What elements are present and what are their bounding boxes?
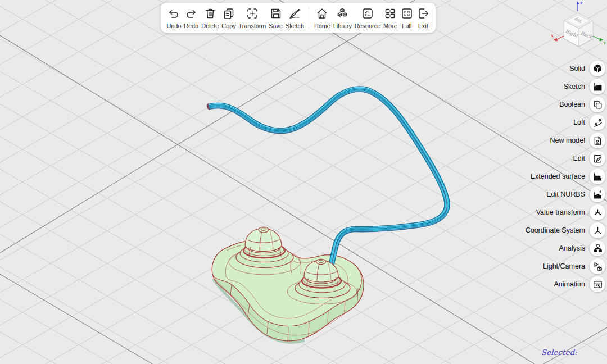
sidebar-label: Sketch (564, 83, 585, 90)
redo-icon (184, 7, 198, 22)
resource-checklist-icon (361, 7, 374, 22)
sidebar-item-solid[interactable]: Solid (526, 60, 605, 78)
sidebar-label: Coordinate System (526, 226, 585, 234)
save-button[interactable]: Save (268, 7, 284, 30)
axis-z: Z (577, 1, 583, 11)
selection-status-label: Selected: (541, 348, 577, 357)
redo-button[interactable]: Redo (183, 7, 200, 30)
animation-icon (590, 276, 605, 292)
transform-button[interactable]: Transform (237, 7, 268, 30)
axis-z-label: Z (580, 1, 583, 6)
boolean-icon (590, 97, 605, 112)
sidebar-label: Value transform (536, 208, 585, 216)
fullscreen-icon (400, 7, 414, 22)
library-cubes-icon (336, 7, 349, 22)
sidebar-label: Edit NURBS (546, 190, 585, 198)
coordinate-system-icon (590, 222, 605, 238)
sidebar-item-loft[interactable]: Loft (526, 113, 605, 131)
toolbar-label: Exit (418, 23, 428, 30)
sidebar-label: Boolean (559, 101, 585, 108)
top-toolbar: Undo Redo Delete Copy Transform Save Ske… (161, 3, 436, 33)
extended-surface-icon (590, 169, 605, 184)
toolbar-label: Copy (221, 23, 235, 30)
full-button[interactable]: Full (398, 7, 415, 30)
undo-icon (167, 7, 180, 22)
sketch-area-icon (590, 79, 605, 94)
sidebar-item-new-model[interactable]: New model (526, 131, 605, 149)
toolbar-label: Transform (239, 23, 266, 30)
sketch-button[interactable]: Sketch (284, 7, 305, 30)
sidebar-item-value-transform[interactable]: Value transform (526, 203, 605, 221)
sidebar-item-light-camera[interactable]: Light/Camera (526, 257, 605, 275)
axis-y-label: Y (603, 41, 606, 45)
sidebar-label: Loft (573, 119, 585, 126)
library-button[interactable]: Library (332, 7, 353, 30)
axis-y: Y (593, 36, 606, 45)
new-model-icon (590, 133, 605, 148)
solid-cube-icon (590, 61, 605, 76)
home-icon (315, 7, 329, 22)
analysis-icon (590, 240, 605, 256)
right-sidebar: Solid Sketch Boolean Loft New model Edit… (526, 60, 605, 293)
axis-x-label: X (551, 34, 554, 38)
home-button[interactable]: Home (312, 7, 332, 30)
toolbar-label: Library (333, 23, 352, 30)
toolbar-label: Redo (184, 23, 198, 30)
controller-model[interactable] (206, 87, 447, 342)
sidebar-item-analysis[interactable]: Analysis (526, 239, 605, 257)
app-window: Undo Redo Delete Copy Transform Save Ske… (0, 0, 607, 364)
copy-icon (222, 7, 235, 22)
sidebar-item-extended-surface[interactable]: Extended surface (526, 167, 605, 185)
sidebar-label: Animation (554, 280, 585, 288)
loft-icon (590, 115, 605, 130)
sidebar-item-edit[interactable]: Edit (526, 149, 605, 167)
resource-button[interactable]: Resource (353, 7, 382, 30)
copy-button[interactable]: Copy (220, 7, 237, 30)
view-cube[interactable]: Top Right Back Z X Y (551, 0, 607, 53)
toolbar-divider (309, 7, 309, 29)
transform-icon (246, 7, 259, 22)
toolbar-label: Undo (167, 23, 182, 30)
edit-nurbs-icon (590, 186, 605, 202)
axis-x: X (551, 34, 564, 42)
exit-icon (416, 7, 430, 22)
toolbar-label: Save (269, 23, 283, 30)
viewport-3d[interactable] (0, 0, 607, 364)
sidebar-label: Analysis (559, 244, 585, 252)
sketch-knife-icon (288, 7, 301, 22)
delete-button[interactable]: Delete (200, 7, 220, 30)
sidebar-label: Extended surface (531, 172, 585, 180)
undo-button[interactable]: Undo (165, 7, 183, 30)
light-camera-icon (590, 258, 605, 274)
left-knob[interactable] (236, 227, 293, 268)
trash-icon (203, 7, 217, 22)
more-button[interactable]: More (382, 7, 399, 30)
sidebar-label: New model (550, 136, 585, 144)
toolbar-label: Sketch (286, 23, 304, 30)
exit-button[interactable]: Exit (415, 7, 431, 30)
sidebar-item-sketch[interactable]: Sketch (526, 78, 605, 95)
sidebar-item-coordinate-system[interactable]: Coordinate System (526, 221, 605, 239)
toolbar-label: Full (402, 23, 411, 30)
save-icon (269, 7, 283, 22)
toolbar-label: Resource (355, 23, 380, 30)
toolbar-label: More (383, 23, 397, 30)
sidebar-label: Edit (573, 154, 585, 162)
sidebar-label: Solid (569, 65, 585, 72)
sidebar-item-boolean[interactable]: Boolean (526, 95, 605, 113)
toolbar-label: Delete (201, 23, 219, 30)
sidebar-label: Light/Camera (543, 262, 585, 270)
toolbar-label: Home (314, 23, 330, 30)
value-transform-icon (590, 204, 605, 220)
edit-pencil-icon (590, 151, 605, 166)
sidebar-item-animation[interactable]: Animation (526, 275, 605, 293)
sidebar-item-edit-nurbs[interactable]: Edit NURBS (526, 185, 605, 203)
more-grid-icon (383, 7, 397, 22)
